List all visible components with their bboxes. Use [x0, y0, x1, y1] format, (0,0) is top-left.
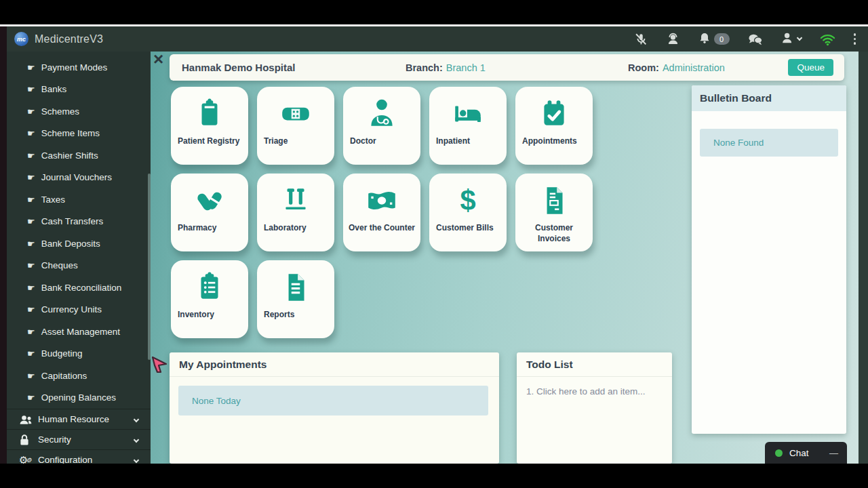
- tile-pharmacy[interactable]: Pharmacy: [171, 174, 248, 251]
- money-bill-icon: [343, 182, 420, 219]
- appointments-empty-alert: None Today: [178, 386, 488, 415]
- tile-label: Over the Counter: [347, 223, 416, 234]
- close-icon[interactable]: ×: [153, 50, 163, 68]
- sidebar-item-label: Schemes: [41, 106, 79, 117]
- sidebar-section-configuration[interactable]: ⚙⚙ Configuration: [7, 449, 151, 464]
- sidebar-item-bank-reconciliation[interactable]: ☛Bank Reconciliation: [7, 277, 151, 299]
- sidebar-item-bank-deposits[interactable]: ☛Bank Deposits: [7, 232, 151, 255]
- hand-pointer-icon: ☛: [27, 392, 35, 403]
- messages-icon[interactable]: [747, 33, 764, 46]
- my-appointments-panel: My Appointments None Today: [170, 352, 499, 464]
- sidebar-item-label: Capitations: [41, 371, 87, 381]
- lock-icon: [19, 434, 34, 446]
- tile-label: Reports: [264, 310, 332, 321]
- sidebar-item-cashier-shifts[interactable]: ☛Cashier Shifts: [7, 144, 151, 167]
- my-appointments-title: My Appointments: [170, 352, 499, 377]
- hospital-name: Hanmak Demo Hospital: [182, 54, 296, 81]
- tile-inpatient[interactable]: Inpatient: [429, 87, 507, 165]
- sidebar-item-cheques[interactable]: ☛Cheques: [7, 255, 151, 277]
- sidebar-item-asset-management[interactable]: ☛Asset Management: [7, 321, 151, 343]
- clipboard-list-icon: [171, 269, 248, 306]
- tile-reports[interactable]: Reports: [257, 260, 334, 338]
- room-info: Room: Administration: [628, 54, 725, 81]
- wifi-icon[interactable]: [819, 32, 836, 46]
- sidebar: ☛Payment Modes ☛Banks ☛Schemes ☛Scheme I…: [7, 52, 151, 464]
- tile-label: Pharmacy: [178, 223, 246, 234]
- top-navbar: mc MedicentreV3: [0, 26, 868, 52]
- mouse-cursor: [151, 355, 169, 377]
- bulletin-board-title: Bulletin Board: [692, 85, 846, 111]
- sidebar-item-label: Asset Management: [41, 327, 120, 337]
- gears-icon: ⚙⚙: [19, 454, 34, 464]
- tile-customer-invoices[interactable]: Customer Invoices: [515, 174, 593, 251]
- tile-label: Inventory: [178, 310, 246, 321]
- sidebar-item-currency-units[interactable]: ☛Currency Units: [7, 299, 151, 321]
- navbar-actions: 0: [633, 26, 856, 52]
- tile-doctor[interactable]: Doctor: [343, 87, 420, 165]
- user-menu[interactable]: [781, 31, 802, 47]
- sidebar-item-schemes[interactable]: ☛Schemes: [7, 100, 151, 123]
- left-edge-strip: [0, 26, 7, 464]
- bell-icon: [698, 31, 711, 47]
- support-agent-icon[interactable]: [666, 32, 680, 46]
- tile-label: Laboratory: [264, 223, 332, 234]
- sidebar-item-label: Scheme Items: [41, 128, 100, 138]
- tile-label: Customer Bills: [436, 223, 505, 234]
- app-title: MedicentreV3: [35, 33, 103, 45]
- tile-appointments[interactable]: Appointments: [515, 87, 593, 165]
- sidebar-section-security[interactable]: Security: [7, 429, 151, 449]
- sidebar-item-taxes[interactable]: ☛Taxes: [7, 188, 151, 211]
- sidebar-item-label: Currency Units: [41, 304, 102, 314]
- chevron-down-icon: [134, 457, 139, 462]
- tile-laboratory[interactable]: Laboratory: [257, 174, 334, 251]
- minimize-icon[interactable]: —: [829, 448, 838, 458]
- bed-icon: [429, 96, 507, 132]
- dollar-icon: [429, 182, 507, 219]
- tile-patient-registry[interactable]: Patient Registry: [171, 87, 248, 165]
- tile-triage[interactable]: Triage: [257, 87, 334, 165]
- module-tiles-grid: Patient Registry Triage Doctor Inpatient…: [171, 87, 598, 338]
- tile-label: Inpatient: [436, 136, 505, 147]
- clipboard-icon: [171, 96, 248, 132]
- kebab-menu-icon[interactable]: [854, 33, 856, 45]
- bulletin-empty-alert: None Found: [700, 129, 838, 157]
- pills-icon: [171, 182, 248, 219]
- tile-inventory[interactable]: Inventory: [171, 260, 248, 338]
- bandage-icon: [257, 96, 334, 132]
- hand-pointer-icon: ☛: [27, 260, 35, 270]
- mic-muted-icon[interactable]: [633, 32, 648, 47]
- sidebar-item-label: Payment Modes: [41, 62, 108, 73]
- sidebar-item-capitations[interactable]: ☛Capitations: [7, 365, 151, 387]
- sidebar-item-scheme-items[interactable]: ☛Scheme Items: [7, 123, 151, 145]
- sidebar-item-cash-transfers[interactable]: ☛Cash Transfers: [7, 211, 151, 233]
- app-logo: mc: [14, 32, 28, 46]
- tile-over-the-counter[interactable]: Over the Counter: [343, 174, 420, 251]
- file-lines-icon: [257, 269, 334, 306]
- chat-widget[interactable]: Chat —: [765, 442, 847, 464]
- sidebar-item-label: Cheques: [41, 260, 78, 270]
- sidebar-section-label: Security: [38, 434, 71, 445]
- sidebar-section-human-resource[interactable]: Human Resource: [7, 409, 151, 429]
- sidebar-menu: ☛Payment Modes ☛Banks ☛Schemes ☛Scheme I…: [7, 52, 151, 464]
- room-label: Room:: [628, 62, 659, 73]
- hand-pointer-icon: ☛: [27, 62, 35, 73]
- sidebar-item-label: Journal Vouchers: [41, 172, 112, 182]
- room-value-link[interactable]: Administration: [663, 62, 725, 73]
- sidebar-section-label: Human Resource: [38, 414, 109, 424]
- chevron-down-icon: [796, 35, 802, 41]
- sidebar-item-budgeting[interactable]: ☛Budgeting: [7, 343, 151, 365]
- todo-add-item[interactable]: 1. Click here to add an item...: [517, 377, 672, 406]
- hand-pointer-icon: ☛: [27, 216, 35, 226]
- user-icon: [781, 31, 794, 47]
- tile-customer-bills[interactable]: Customer Bills: [429, 174, 507, 251]
- queue-button[interactable]: Queue: [788, 59, 833, 76]
- logo-text: mc: [17, 36, 26, 43]
- sidebar-item-label: Cash Transfers: [41, 216, 104, 226]
- sidebar-item-journal-vouchers[interactable]: ☛Journal Vouchers: [7, 167, 151, 189]
- sidebar-item-banks[interactable]: ☛Banks: [7, 79, 151, 101]
- sidebar-item-payment-modes[interactable]: ☛Payment Modes: [7, 56, 151, 79]
- sidebar-item-label: Bank Reconciliation: [41, 283, 122, 293]
- branch-value-link[interactable]: Branch 1: [446, 62, 486, 73]
- notifications-button[interactable]: 0: [698, 31, 730, 47]
- sidebar-item-opening-balances[interactable]: ☛Opening Balances: [7, 387, 151, 409]
